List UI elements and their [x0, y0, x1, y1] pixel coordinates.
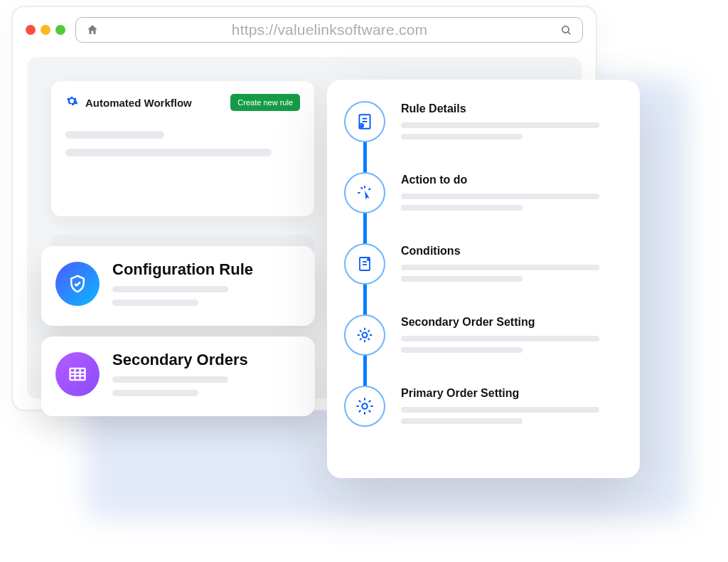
placeholder-line: [112, 286, 228, 292]
placeholder-line: [401, 265, 599, 270]
placeholder-line: [401, 336, 599, 341]
document-check-icon: [344, 101, 385, 142]
gear-icon: [65, 95, 78, 110]
shield-check-icon: [55, 262, 100, 306]
step-action-to-do[interactable]: Action to do: [344, 172, 621, 216]
close-window-button[interactable]: [26, 25, 36, 35]
step-title: Action to do: [401, 174, 621, 186]
step-title: Conditions: [401, 245, 621, 258]
step-title: Secondary Order Setting: [401, 316, 621, 329]
step-title: Rule Details: [401, 102, 621, 115]
svg-line-1: [568, 31, 570, 33]
placeholder-line: [401, 134, 523, 139]
step-title: Primary Order Setting: [401, 387, 621, 400]
placeholder-line: [65, 149, 272, 157]
step-rule-details[interactable]: Rule Details: [344, 101, 621, 145]
step-conditions[interactable]: Conditions: [344, 243, 621, 287]
placeholder-line: [112, 376, 228, 383]
document-settings-icon: [344, 243, 385, 285]
placeholder-line: [401, 122, 599, 128]
svg-point-0: [562, 26, 569, 32]
placeholder-line: [401, 347, 523, 353]
browser-titlebar: https://valuelinksoftware.com: [13, 7, 596, 47]
window-controls: [26, 25, 65, 35]
svg-point-16: [362, 403, 367, 408]
table-grid-icon: [55, 352, 100, 396]
step-primary-order-setting[interactable]: Primary Order Setting: [344, 386, 621, 430]
configuration-rule-card[interactable]: Configuration Rule: [41, 246, 315, 326]
cog-outline-icon: [344, 386, 385, 427]
placeholder-line: [65, 131, 164, 139]
workflow-title: Automated Workflow: [85, 97, 192, 109]
placeholder-line: [112, 299, 198, 306]
placeholder-line: [401, 276, 523, 282]
workflow-placeholder-lines: [65, 131, 300, 157]
minimize-window-button[interactable]: [41, 25, 50, 35]
placeholder-line: [112, 390, 198, 396]
pointer-click-icon: [344, 172, 385, 213]
configuration-rule-title: Configuration Rule: [112, 260, 299, 279]
steps-timeline: Rule Details Action to do Conditions: [344, 101, 621, 430]
secondary-orders-title: Secondary Orders: [112, 351, 299, 369]
svg-point-15: [363, 333, 368, 338]
placeholder-line: [401, 418, 523, 424]
step-secondary-order-setting[interactable]: Secondary Order Setting: [344, 314, 621, 359]
placeholder-line: [401, 193, 599, 199]
address-bar[interactable]: https://valuelinksoftware.com: [75, 17, 583, 43]
url-text: https://valuelinksoftware.com: [109, 21, 550, 38]
placeholder-line: [401, 407, 599, 413]
home-icon[interactable]: [86, 23, 99, 36]
svg-point-14: [367, 258, 370, 261]
cog-icon: [344, 314, 385, 356]
search-icon[interactable]: [560, 24, 572, 36]
svg-rect-2: [70, 369, 85, 380]
create-new-rule-button[interactable]: Create new rule: [230, 94, 300, 111]
maximize-window-button[interactable]: [55, 25, 65, 35]
rule-steps-card: Rule Details Action to do Conditions: [327, 80, 640, 478]
secondary-orders-card[interactable]: Secondary Orders: [41, 336, 315, 416]
workflow-card: Automated Workflow Create new rule: [51, 81, 314, 216]
placeholder-line: [401, 205, 523, 211]
